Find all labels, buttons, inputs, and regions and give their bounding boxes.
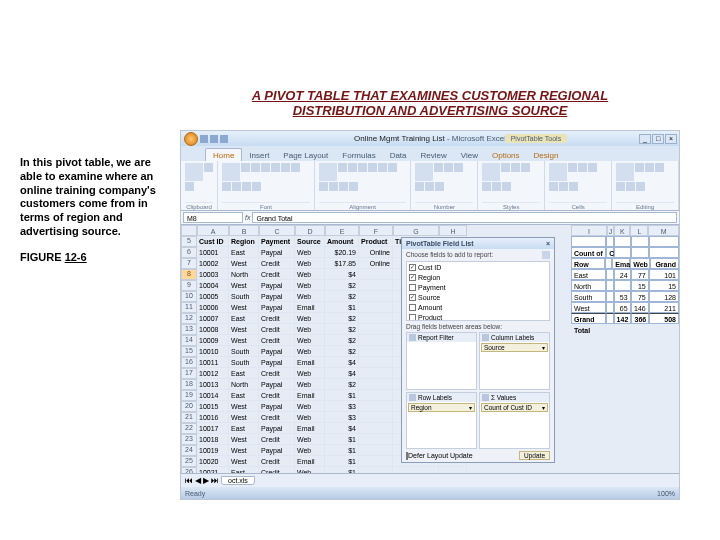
area-row-labels[interactable]: Row Labels Region▾ [406, 392, 477, 450]
cell[interactable] [359, 467, 393, 473]
cell[interactable]: $1 [325, 302, 359, 313]
cell[interactable]: West [229, 434, 259, 445]
pivot-cell[interactable]: Row Labels [571, 258, 605, 269]
pivot-cell[interactable] [649, 247, 679, 258]
chevron-down-icon[interactable]: ▾ [542, 404, 545, 411]
cell[interactable]: Paypal [259, 280, 295, 291]
cell[interactable]: $2 [325, 280, 359, 291]
cell[interactable]: Amount [325, 236, 359, 247]
defer-checkbox[interactable]: Defer Layout Update [406, 452, 473, 459]
cell[interactable] [359, 401, 393, 412]
tab-options[interactable]: Options [485, 149, 527, 161]
col-header[interactable]: M [648, 225, 679, 236]
minimize-button[interactable]: _ [639, 134, 651, 144]
checkbox[interactable] [409, 284, 416, 291]
tab-nav-first[interactable]: ⏮ [185, 476, 193, 485]
field-payment[interactable]: Payment [407, 282, 549, 292]
cell[interactable] [359, 434, 393, 445]
cell[interactable]: Credit [259, 324, 295, 335]
pivot-cell[interactable] [631, 247, 649, 258]
cell[interactable]: Web [295, 412, 325, 423]
col-header[interactable]: I [571, 225, 607, 236]
cell[interactable]: Credit [259, 456, 295, 467]
tab-review[interactable]: Review [414, 149, 454, 161]
cell[interactable]: $1 [325, 434, 359, 445]
pivot-cell[interactable]: Web [630, 258, 650, 269]
cell[interactable]: $20.19 [325, 247, 359, 258]
cell[interactable]: Paypal [259, 247, 295, 258]
cell[interactable]: East [229, 247, 259, 258]
col-header[interactable]: A [197, 225, 229, 236]
cell[interactable]: $2 [325, 346, 359, 357]
pill-region[interactable]: Region▾ [408, 403, 475, 412]
pivot-cell[interactable]: South [571, 291, 606, 302]
col-header[interactable] [181, 225, 197, 236]
cell[interactable]: 10008 [197, 324, 229, 335]
cell[interactable]: West [229, 445, 259, 456]
cell[interactable] [359, 445, 393, 456]
pill-count[interactable]: Count of Cust ID▾ [481, 403, 548, 412]
field-cust-id[interactable]: ✓Cust ID [407, 262, 549, 272]
cell[interactable]: Web [295, 313, 325, 324]
col-header[interactable]: G [393, 225, 439, 236]
cell[interactable]: Credit [259, 269, 295, 280]
col-header[interactable]: C [259, 225, 295, 236]
pivot-table[interactable]: IJKLMCount of Cust IDColumn LabelsRow La… [571, 225, 679, 324]
cell[interactable]: Web [295, 280, 325, 291]
cell[interactable] [359, 335, 393, 346]
cell[interactable]: $4 [325, 423, 359, 434]
cell[interactable]: Web [295, 291, 325, 302]
cell[interactable] [359, 346, 393, 357]
pivot-cell[interactable]: 508 [649, 313, 679, 324]
cell[interactable]: Credit [259, 258, 295, 269]
cell[interactable]: 10013 [197, 379, 229, 390]
checkbox[interactable]: ✓ [409, 294, 416, 301]
pivot-cell[interactable] [571, 236, 606, 247]
cell[interactable]: 10015 [197, 401, 229, 412]
office-orb[interactable] [184, 132, 198, 146]
cell[interactable]: Paypal [259, 401, 295, 412]
cell[interactable]: North [229, 269, 259, 280]
cell[interactable]: Payment [259, 236, 295, 247]
cell[interactable]: Paypal [259, 379, 295, 390]
pivot-cell[interactable]: East [571, 269, 606, 280]
cell[interactable]: $4 [325, 357, 359, 368]
cell[interactable]: Web [295, 324, 325, 335]
cell[interactable]: Paypal [259, 302, 295, 313]
pivot-cell[interactable]: Grand Total [571, 313, 606, 324]
cell[interactable]: West [229, 258, 259, 269]
pivot-cell[interactable]: 128 [649, 291, 679, 302]
cell[interactable] [359, 313, 393, 324]
cell[interactable]: Region [229, 236, 259, 247]
pivot-cell[interactable]: 77 [631, 269, 649, 280]
cell[interactable]: East [229, 467, 259, 473]
col-header[interactable]: H [439, 225, 467, 236]
cell[interactable]: Web [295, 445, 325, 456]
tab-home[interactable]: Home [205, 148, 242, 161]
pivot-cell[interactable] [606, 269, 614, 280]
name-box[interactable]: M8 [183, 212, 243, 223]
sheet-tab[interactable]: oct.xls [221, 476, 255, 485]
cell[interactable] [359, 368, 393, 379]
pivot-cell[interactable]: 24 [614, 269, 630, 280]
cell[interactable]: $1 [325, 467, 359, 473]
pivot-cell[interactable] [606, 302, 614, 313]
pivot-cell[interactable]: Column Labels [606, 247, 614, 258]
pivot-field-list[interactable]: PivotTable Field List × Choose fields to… [401, 237, 555, 463]
checkbox[interactable]: ✓ [409, 274, 416, 281]
tab-nav-next[interactable]: ▶ [203, 476, 209, 485]
cell[interactable]: $1 [325, 456, 359, 467]
pivot-cell[interactable]: Grand Total [650, 258, 679, 269]
cell[interactable]: $1 [325, 445, 359, 456]
cell[interactable]: $2 [325, 379, 359, 390]
checkbox[interactable] [409, 304, 416, 311]
cell[interactable]: Paypal [259, 291, 295, 302]
cell[interactable]: 10011 [197, 357, 229, 368]
tab-nav-prev[interactable]: ◀ [195, 476, 201, 485]
pivot-cell[interactable]: North [571, 280, 606, 291]
checkbox[interactable]: ✓ [409, 264, 416, 271]
pivot-cell[interactable] [614, 236, 630, 247]
col-header[interactable]: L [630, 225, 648, 236]
pivot-cell[interactable] [605, 258, 613, 269]
cell[interactable]: Paypal [259, 346, 295, 357]
